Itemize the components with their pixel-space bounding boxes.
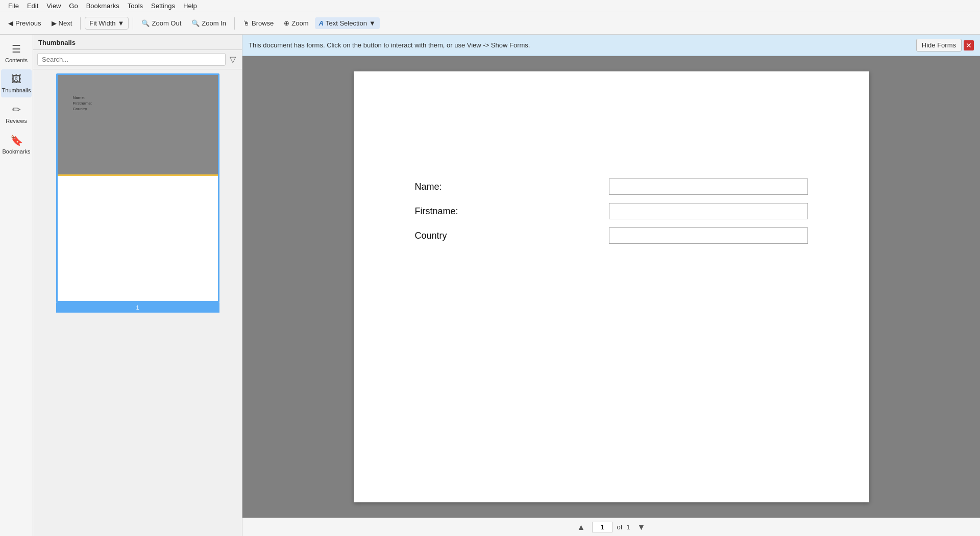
thumbnail-field-name: Name:	[73, 95, 92, 100]
separator-1	[80, 17, 81, 30]
menu-settings[interactable]: Settings	[147, 1, 179, 11]
close-icon: ✕	[966, 41, 972, 49]
sidebar-item-contents[interactable]: ☰ Contents	[1, 39, 32, 67]
form-input-firstname[interactable]	[609, 203, 808, 219]
thumbnail-page-number: 1	[56, 302, 219, 313]
next-icon: ▶	[52, 19, 57, 27]
zoom-out-button[interactable]: 🔍 Zoom Out	[137, 17, 185, 29]
thumbnail-page-fields: Name: Firstname: Country	[73, 95, 92, 112]
previous-label: Previous	[15, 19, 41, 27]
menu-go[interactable]: Go	[65, 1, 82, 11]
thumbnail-panel-title: Thumbnails	[33, 35, 242, 50]
browse-label: Browse	[252, 19, 274, 27]
form-row-country: Country	[415, 227, 808, 244]
form-input-country[interactable]	[609, 227, 808, 244]
forms-banner-actions: Hide Forms ✕	[916, 39, 974, 52]
document-area: This document has forms. Click on the bu…	[242, 35, 980, 536]
document-form: Name: Firstname: Country	[354, 178, 869, 244]
thumbnail-panel: Thumbnails ▽ Name: Firstname: Country	[33, 35, 242, 536]
thumbnail-page-inner[interactable]: Name: Firstname: Country	[56, 73, 219, 302]
next-label: Next	[59, 19, 72, 27]
menu-edit[interactable]: Edit	[23, 1, 42, 11]
form-row-name: Name:	[415, 178, 808, 195]
menu-bar: File Edit View Go Bookmarks Tools Settin…	[0, 0, 980, 12]
sidebar-bookmarks-label: Bookmarks	[2, 148, 30, 155]
toolbar: ◀ Previous ▶ Next Fit Width ▼ 🔍 Zoom Out…	[0, 12, 980, 35]
thumbnail-page-1[interactable]: Name: Firstname: Country 1	[37, 73, 238, 313]
sidebar-contents-label: Contents	[5, 57, 28, 63]
chevron-down-icon: ▼	[118, 19, 125, 27]
fit-width-label: Fit Width	[89, 19, 115, 27]
thumbnail-field-firstname: Firstname:	[73, 101, 92, 106]
total-pages-text: 1	[626, 523, 630, 531]
menu-view[interactable]: View	[42, 1, 65, 11]
sidebar-item-thumbnails[interactable]: 🖼 Thumbnails	[1, 69, 32, 97]
separator-2	[133, 17, 133, 30]
zoom-icon: ⊕	[284, 19, 289, 27]
menu-bookmarks[interactable]: Bookmarks	[82, 1, 124, 11]
page-number-input[interactable]	[592, 522, 612, 532]
menu-help[interactable]: Help	[179, 1, 201, 11]
document-scroll: Name: Firstname: Country	[242, 56, 980, 518]
next-button[interactable]: ▶ Next	[47, 17, 77, 29]
sidebar-item-reviews[interactable]: ✏ Reviews	[1, 99, 32, 128]
zoom-in-button[interactable]: 🔍 Zoom In	[187, 17, 230, 29]
sidebar-thumbnails-label: Thumbnails	[2, 87, 31, 93]
page-down-button[interactable]: ▼	[634, 522, 649, 533]
thumbnail-page-bottom	[58, 176, 218, 301]
text-selection-button[interactable]: A Text Selection ▼	[315, 17, 380, 29]
previous-icon: ◀	[8, 19, 13, 27]
form-row-firstname: Firstname:	[415, 203, 808, 219]
browse-icon: 🖱	[243, 19, 250, 27]
sidebar-item-bookmarks[interactable]: 🔖 Bookmarks	[1, 130, 32, 159]
separator-3	[234, 17, 235, 30]
previous-button[interactable]: ◀ Previous	[4, 17, 45, 29]
page-up-button[interactable]: ▲	[574, 522, 589, 533]
fit-width-button[interactable]: Fit Width ▼	[85, 17, 129, 30]
zoom-label: Zoom	[291, 19, 308, 27]
thumbnail-search-input[interactable]	[37, 53, 226, 66]
text-selection-chevron-icon: ▼	[369, 19, 376, 27]
document-page: Name: Firstname: Country	[354, 71, 869, 502]
sidebar: ☰ Contents 🖼 Thumbnails ✏ Reviews 🔖 Book…	[0, 35, 33, 536]
zoom-in-icon: 🔍	[191, 19, 200, 27]
menu-tools[interactable]: Tools	[124, 1, 147, 11]
browse-button[interactable]: 🖱 Browse	[239, 17, 278, 29]
bottom-navigation: ▲ of 1 ▼	[242, 518, 980, 536]
sidebar-reviews-label: Reviews	[6, 118, 27, 124]
form-input-name[interactable]	[609, 178, 808, 195]
zoom-in-label: Zoom In	[202, 19, 226, 27]
thumbnail-search-row: ▽	[33, 50, 242, 69]
form-label-firstname: Firstname:	[415, 206, 609, 217]
close-banner-button[interactable]: ✕	[964, 40, 974, 50]
reviews-icon: ✏	[12, 104, 21, 116]
main-area: ☰ Contents 🖼 Thumbnails ✏ Reviews 🔖 Book…	[0, 35, 980, 536]
bookmarks-icon: 🔖	[10, 134, 23, 146]
forms-banner-text: This document has forms. Click on the bu…	[249, 41, 530, 49]
zoom-out-label: Zoom Out	[152, 19, 181, 27]
hide-forms-button[interactable]: Hide Forms	[916, 39, 962, 52]
text-selection-icon: A	[319, 19, 324, 27]
contents-icon: ☰	[12, 43, 21, 55]
form-label-name: Name:	[415, 182, 609, 192]
zoom-out-icon: 🔍	[141, 19, 150, 27]
thumbnails-icon: 🖼	[11, 73, 21, 85]
thumbnail-content: Name: Firstname: Country 1	[33, 69, 242, 536]
zoom-button[interactable]: ⊕ Zoom	[280, 17, 312, 29]
forms-banner: This document has forms. Click on the bu…	[242, 35, 980, 56]
thumbnail-filter-button[interactable]: ▽	[228, 54, 238, 65]
form-label-country: Country	[415, 231, 609, 241]
text-selection-label: Text Selection	[326, 19, 367, 27]
thumbnail-page-top: Name: Firstname: Country	[58, 75, 218, 174]
page-of-text: of	[617, 523, 622, 531]
thumbnail-field-country: Country	[73, 107, 92, 111]
menu-file[interactable]: File	[4, 1, 23, 11]
